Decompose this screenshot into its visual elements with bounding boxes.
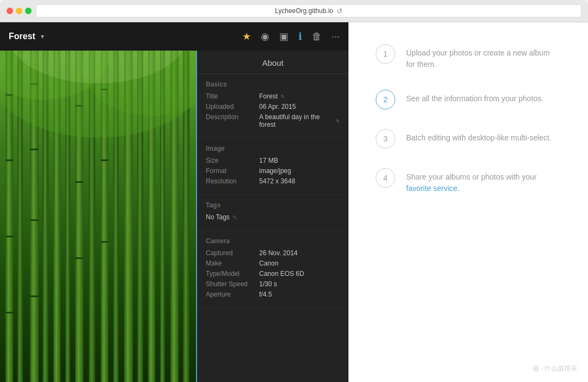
svg-rect-29 [101, 159, 108, 161]
feature-3-number: 3 [376, 129, 395, 149]
photo-area [0, 51, 196, 382]
chevron-down-icon[interactable]: ▾ [41, 33, 44, 40]
feature-2-text: See all the information from your photos… [406, 90, 543, 104]
tags-edit-icon[interactable]: ✎ [232, 214, 237, 220]
album-title: Forest [9, 32, 35, 41]
svg-rect-19 [5, 236, 13, 237]
watermark: 值 · 什么值得买 [532, 364, 577, 373]
feature-4-text: Share your albums or photos with your fa… [406, 168, 561, 194]
resolution-value: 5472 x 3648 [259, 177, 340, 185]
right-panel: 1 Upload your photos or create a new alb… [348, 22, 588, 382]
size-label: Size [206, 157, 255, 164]
more-icon[interactable]: ··· [332, 31, 340, 42]
captured-label: Captured [206, 249, 255, 257]
svg-rect-18 [5, 159, 13, 161]
description-value: A beautiful day in the forest ✎ [259, 113, 340, 128]
captured-value: 26 Nov. 2014 [259, 249, 340, 257]
photo-info-row: About Basics Title Forest ✎ Uploaded 06 [0, 51, 348, 382]
make-row: Make Canon [206, 260, 340, 267]
title-edit-icon[interactable]: ✎ [280, 94, 285, 100]
title-value: Forest ✎ [259, 93, 340, 100]
feature-4: 4 Share your albums or photos with your … [376, 168, 561, 194]
make-value: Canon [259, 260, 340, 267]
description-row: Description A beautiful day in the fores… [206, 113, 340, 128]
captured-row: Captured 26 Nov. 2014 [206, 249, 340, 257]
feature-2: 2 See all the information from your phot… [376, 90, 561, 109]
toolbar-left: Forest ▾ [9, 32, 44, 41]
svg-rect-20 [5, 312, 13, 313]
format-value: image/jpeg [259, 167, 340, 175]
trash-icon[interactable]: 🗑 [312, 31, 322, 42]
image-section: Image Size 17 MB Format image/jpeg Resol… [197, 138, 348, 195]
address-bar[interactable]: LycheeOrg.github.io ↺ [36, 4, 581, 17]
aperture-label: Aperture [206, 291, 255, 298]
eye-icon[interactable]: ◉ [261, 30, 270, 42]
svg-rect-30 [101, 241, 108, 243]
uploaded-row: Uploaded 06 Apr. 2015 [206, 103, 340, 110]
camera-label: Camera [206, 237, 340, 245]
format-label: Format [206, 167, 255, 175]
resolution-label: Resolution [206, 177, 255, 185]
photo-section: Forest ▾ ★ ◉ ▣ ℹ 🗑 ··· [0, 22, 348, 382]
app-container: Forest ▾ ★ ◉ ▣ ℹ 🗑 ··· [0, 22, 588, 382]
toolbar: Forest ▾ ★ ◉ ▣ ℹ 🗑 ··· [0, 22, 348, 51]
svg-rect-23 [30, 219, 39, 221]
info-panel: About Basics Title Forest ✎ Uploaded 06 [196, 51, 348, 382]
title-label: Title [206, 93, 255, 100]
camera-section: Camera Captured 26 Nov. 2014 Make Canon … [197, 231, 348, 308]
aperture-value: f/4.5 [259, 291, 340, 298]
size-value: 17 MB [259, 157, 340, 164]
tags-section: Tags No Tags ✎ [197, 195, 348, 231]
title-row: Title Forest ✎ [206, 93, 340, 100]
star-icon[interactable]: ★ [242, 30, 251, 42]
format-row: Format image/jpeg [206, 167, 340, 175]
model-row: Type/Model Canon EOS 6D [206, 270, 340, 278]
feature-4-number: 4 [376, 168, 395, 188]
feature-1: 1 Upload your photos or create a new alb… [376, 44, 561, 70]
model-label: Type/Model [206, 270, 255, 278]
feature-3: 3 Batch editing with desktop-like multi-… [376, 129, 561, 149]
info-icon[interactable]: ℹ [298, 30, 302, 42]
info-panel-title: About [262, 58, 283, 67]
svg-rect-26 [75, 181, 83, 183]
basics-label: Basics [206, 81, 340, 88]
tags-label: Tags [206, 201, 340, 209]
tags-value: No Tags ✎ [206, 213, 340, 221]
feature-3-text: Batch editing with desktop-like multi-se… [406, 129, 552, 144]
svg-rect-24 [30, 295, 39, 297]
url-text: LycheeOrg.github.io [275, 7, 333, 15]
browser-dots [7, 8, 32, 14]
feature-2-number: 2 [376, 90, 395, 109]
bamboo-image [0, 51, 196, 382]
uploaded-value: 06 Apr. 2015 [259, 103, 340, 110]
folder-icon[interactable]: ▣ [279, 30, 289, 42]
dot-fullscreen[interactable] [25, 8, 32, 14]
feature-1-text: Upload your photos or create a new album… [406, 44, 561, 70]
svg-rect-22 [30, 149, 39, 150]
refresh-icon[interactable]: ↺ [336, 7, 342, 15]
description-label: Description [206, 113, 255, 121]
toolbar-right: ★ ◉ ▣ ℹ 🗑 ··· [242, 30, 340, 42]
svg-rect-27 [75, 257, 83, 259]
feature-1-number: 1 [376, 44, 395, 64]
basics-section: Basics Title Forest ✎ Uploaded 06 Apr. 2… [197, 74, 348, 138]
resolution-row: Resolution 5472 x 3648 [206, 177, 340, 185]
aperture-row: Aperture f/4.5 [206, 291, 340, 298]
browser-chrome: LycheeOrg.github.io ↺ [0, 0, 588, 22]
shutter-value: 1/30 s [259, 280, 340, 288]
tags-row: No Tags ✎ [206, 213, 340, 221]
make-label: Make [206, 260, 255, 267]
shutter-label: Shutter Speed [206, 280, 255, 288]
shutter-row: Shutter Speed 1/30 s [206, 280, 340, 288]
model-value: Canon EOS 6D [259, 270, 340, 278]
uploaded-label: Uploaded [206, 103, 255, 110]
dot-minimize[interactable] [16, 8, 22, 14]
description-edit-icon[interactable]: ✎ [335, 118, 340, 124]
info-header: About [197, 51, 348, 74]
image-label: Image [206, 145, 340, 152]
size-row: Size 17 MB [206, 157, 340, 164]
dot-close[interactable] [7, 8, 13, 14]
